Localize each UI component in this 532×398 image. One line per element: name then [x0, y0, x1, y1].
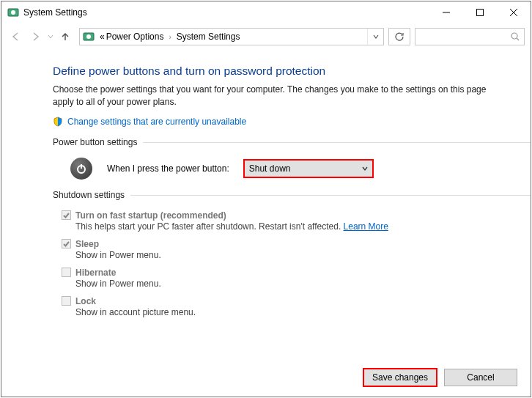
- shutdown-group: Shutdown settings Turn on fast startup (…: [53, 190, 509, 317]
- svg-point-8: [511, 33, 517, 39]
- footer-buttons: Save changes Cancel: [363, 369, 517, 386]
- power-action-selected: Shut down: [245, 163, 358, 174]
- close-button[interactable]: [497, 1, 531, 23]
- content-area: Define power buttons and turn on passwor…: [1, 50, 531, 317]
- breadcrumb-prefix: «: [99, 32, 106, 42]
- window: System Settings « Power Options › System…: [1, 1, 531, 397]
- shield-icon: [53, 117, 63, 127]
- save-button-label: Save changes: [372, 372, 428, 383]
- lock-sub: Show in account picture menu.: [62, 307, 509, 317]
- power-icon: [70, 158, 92, 180]
- svg-point-7: [86, 34, 91, 39]
- lock-label: Lock: [75, 296, 96, 306]
- up-button[interactable]: [56, 27, 75, 46]
- cancel-button-label: Cancel: [467, 372, 494, 383]
- app-icon: [7, 7, 19, 18]
- save-button[interactable]: Save changes: [363, 369, 437, 386]
- svg-point-1: [11, 10, 15, 15]
- fast-startup-checkbox: [62, 210, 71, 220]
- search-input[interactable]: [415, 28, 525, 45]
- address-bar[interactable]: « Power Options › System Settings: [79, 28, 384, 45]
- forward-button[interactable]: [26, 27, 45, 46]
- hibernate-sub: Show in Power menu.: [62, 279, 509, 289]
- cancel-button[interactable]: Cancel: [444, 369, 517, 386]
- history-dropdown[interactable]: [47, 34, 54, 40]
- power-button-group: Power button settings When I press the p…: [53, 137, 509, 180]
- power-row-label: When I press the power button:: [107, 163, 229, 174]
- fast-startup-label: Turn on fast startup (recommended): [75, 210, 226, 221]
- minimize-button[interactable]: [429, 1, 463, 23]
- page-heading: Define power buttons and turn on passwor…: [53, 65, 509, 78]
- hibernate-setting: Hibernate Show in Power menu.: [53, 268, 509, 289]
- back-button[interactable]: [6, 27, 25, 46]
- search-icon: [511, 32, 520, 41]
- sleep-setting: Sleep Show in Power menu.: [53, 239, 509, 260]
- svg-line-9: [517, 38, 519, 40]
- change-settings-link[interactable]: Change settings that are currently unava…: [67, 117, 246, 127]
- fast-startup-sub: This helps start your PC faster after sh…: [75, 221, 344, 232]
- sleep-sub: Show in Power menu.: [62, 250, 509, 260]
- hibernate-label: Hibernate: [75, 268, 116, 278]
- power-group-title: Power button settings: [53, 137, 143, 147]
- sleep-checkbox: [62, 239, 71, 248]
- address-dropdown[interactable]: [367, 29, 383, 45]
- lock-setting: Lock Show in account picture menu.: [53, 296, 509, 317]
- svg-rect-3: [477, 10, 484, 16]
- lock-checkbox: [62, 296, 71, 306]
- nav-row: « Power Options › System Settings: [1, 23, 531, 50]
- sleep-label: Sleep: [75, 239, 99, 249]
- titlebar: System Settings: [1, 1, 531, 23]
- hibernate-checkbox: [62, 268, 71, 277]
- shutdown-group-title: Shutdown settings: [53, 190, 130, 200]
- breadcrumb-seg1[interactable]: Power Options: [106, 32, 165, 42]
- window-title: System Settings: [23, 7, 429, 18]
- breadcrumb-seg2[interactable]: System Settings: [176, 32, 241, 42]
- fast-startup-setting: Turn on fast startup (recommended) This …: [53, 210, 509, 232]
- page-description: Choose the power settings that you want …: [53, 84, 492, 109]
- chevron-down-icon: [358, 166, 372, 172]
- learn-more-link[interactable]: Learn More: [344, 221, 388, 232]
- chevron-right-icon: ›: [164, 33, 175, 41]
- power-action-dropdown[interactable]: Shut down: [244, 160, 373, 177]
- refresh-button[interactable]: [388, 28, 410, 45]
- address-icon: [83, 31, 95, 43]
- maximize-button[interactable]: [463, 1, 497, 23]
